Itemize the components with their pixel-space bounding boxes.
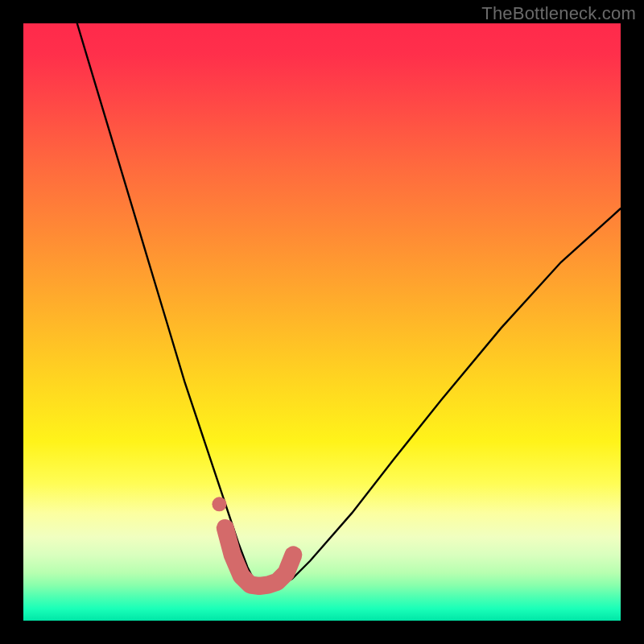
- watermark-text: TheBottleneck.com: [481, 3, 636, 24]
- chart-svg: [23, 23, 621, 621]
- highlight-dot: [212, 497, 226, 511]
- chart-plot-area: [23, 23, 621, 621]
- bottleneck-curve: [77, 23, 621, 585]
- highlight-segment: [225, 528, 294, 586]
